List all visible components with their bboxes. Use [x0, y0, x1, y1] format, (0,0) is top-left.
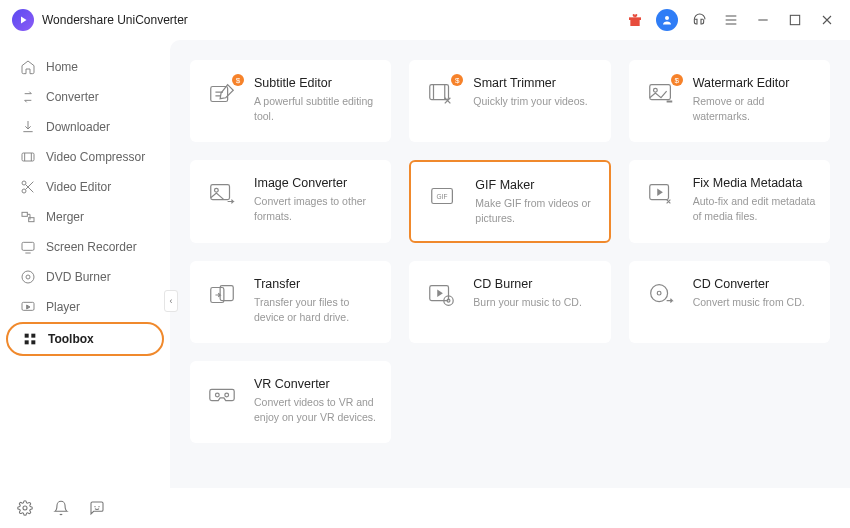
- sidebar-item-label: Video Editor: [46, 180, 111, 194]
- svg-point-35: [23, 506, 27, 510]
- settings-icon[interactable]: [16, 499, 34, 517]
- notifications-icon[interactable]: [52, 499, 70, 517]
- card-desc: Transfer your files to device or hard dr…: [254, 295, 377, 324]
- merger-icon: [20, 209, 36, 225]
- card-body: Fix Media Metadata Auto-fix and edit met…: [693, 176, 816, 223]
- player-icon: [20, 299, 36, 315]
- home-icon: [20, 59, 36, 75]
- menu-icon[interactable]: [720, 9, 742, 31]
- sidebar-item-downloader[interactable]: Downloader: [6, 112, 164, 142]
- card-title: CD Burner: [473, 277, 596, 291]
- gift-icon[interactable]: [624, 9, 646, 31]
- sidebar-item-merger[interactable]: Merger: [6, 202, 164, 232]
- card-smart-trimmer[interactable]: $ Smart Trimmer Quickly trim your videos…: [409, 60, 610, 142]
- sidebar-item-label: Home: [46, 60, 78, 74]
- card-body: Image Converter Convert images to other …: [254, 176, 377, 223]
- card-vr-converter[interactable]: VR Converter Convert videos to VR and en…: [190, 361, 391, 443]
- sidebar: Home Converter Downloader Video Compress…: [0, 40, 170, 488]
- sidebar-item-player[interactable]: Player: [6, 292, 164, 322]
- card-title: CD Converter: [693, 277, 816, 291]
- sidebar-collapse-handle[interactable]: ‹: [164, 290, 178, 312]
- compressor-icon: [20, 149, 36, 165]
- smart-trimmer-icon: $: [423, 76, 459, 112]
- card-fix-media-metadata[interactable]: Fix Media Metadata Auto-fix and edit met…: [629, 160, 830, 243]
- support-icon[interactable]: [688, 9, 710, 31]
- bottombar: [0, 488, 850, 528]
- card-watermark-editor[interactable]: $ Watermark Editor Remove or add waterma…: [629, 60, 830, 142]
- card-desc: Convert music from CD.: [693, 295, 816, 310]
- card-title: Transfer: [254, 277, 377, 291]
- downloader-icon: [20, 119, 36, 135]
- sidebar-item-converter[interactable]: Converter: [6, 82, 164, 112]
- svg-rect-15: [25, 340, 29, 344]
- card-subtitle-editor[interactable]: $ Subtitle Editor A powerful subtitle ed…: [190, 60, 391, 142]
- svg-point-37: [98, 506, 99, 507]
- svg-point-20: [653, 88, 657, 92]
- metadata-icon: [643, 176, 679, 212]
- card-transfer[interactable]: Transfer Transfer your files to device o…: [190, 261, 391, 343]
- svg-rect-4: [22, 153, 34, 161]
- svg-point-33: [215, 394, 219, 398]
- card-body: Smart Trimmer Quickly trim your videos.: [473, 76, 596, 109]
- minimize-button[interactable]: [752, 9, 774, 31]
- sidebar-item-dvd-burner[interactable]: DVD Burner: [6, 262, 164, 292]
- svg-point-6: [22, 189, 26, 193]
- sidebar-item-video-compressor[interactable]: Video Compressor: [6, 142, 164, 172]
- card-gif-maker[interactable]: GIF GIF Maker Make GIF from videos or pi…: [409, 160, 610, 243]
- premium-badge: $: [232, 74, 244, 86]
- svg-point-31: [650, 285, 667, 302]
- svg-rect-13: [25, 334, 29, 338]
- sidebar-item-toolbox[interactable]: Toolbox: [6, 322, 164, 356]
- card-body: Subtitle Editor A powerful subtitle edit…: [254, 76, 377, 123]
- svg-point-36: [94, 506, 95, 507]
- sidebar-item-label: Downloader: [46, 120, 110, 134]
- card-desc: Make GIF from videos or pictures.: [475, 196, 594, 225]
- svg-rect-1: [630, 20, 639, 26]
- svg-point-30: [447, 300, 450, 303]
- card-desc: Burn your music to CD.: [473, 295, 596, 310]
- card-desc: Remove or add watermarks.: [693, 94, 816, 123]
- transfer-icon: [204, 277, 240, 313]
- vr-icon: [204, 377, 240, 413]
- dvd-icon: [20, 269, 36, 285]
- card-title: Smart Trimmer: [473, 76, 596, 90]
- cd-converter-icon: [643, 277, 679, 313]
- sidebar-item-video-editor[interactable]: Video Editor: [6, 172, 164, 202]
- card-image-converter[interactable]: Image Converter Convert images to other …: [190, 160, 391, 243]
- svg-rect-14: [31, 334, 35, 338]
- card-title: Fix Media Metadata: [693, 176, 816, 190]
- titlebar-left: Wondershare UniConverter: [12, 9, 188, 31]
- card-cd-converter[interactable]: CD Converter Convert music from CD.: [629, 261, 830, 343]
- svg-rect-21: [211, 185, 230, 200]
- maximize-button[interactable]: [784, 9, 806, 31]
- card-body: GIF Maker Make GIF from videos or pictur…: [475, 178, 594, 225]
- app-title: Wondershare UniConverter: [42, 13, 188, 27]
- card-desc: Convert videos to VR and enjoy on your V…: [254, 395, 377, 424]
- card-desc: Auto-fix and edit metadata of media file…: [693, 194, 816, 223]
- toolbox-icon: [22, 331, 38, 347]
- premium-badge: $: [451, 74, 463, 86]
- card-desc: Convert images to other formats.: [254, 194, 377, 223]
- svg-rect-0: [629, 17, 641, 20]
- sidebar-item-screen-recorder[interactable]: Screen Recorder: [6, 232, 164, 262]
- sidebar-item-home[interactable]: Home: [6, 52, 164, 82]
- card-desc: A powerful subtitle editing tool.: [254, 94, 377, 123]
- content-area: $ Subtitle Editor A powerful subtitle ed…: [170, 40, 850, 488]
- user-avatar[interactable]: [656, 9, 678, 31]
- svg-rect-9: [22, 242, 34, 250]
- close-button[interactable]: [816, 9, 838, 31]
- card-body: Transfer Transfer your files to device o…: [254, 277, 377, 324]
- feedback-icon[interactable]: [88, 499, 106, 517]
- premium-badge: $: [671, 74, 683, 86]
- card-body: VR Converter Convert videos to VR and en…: [254, 377, 377, 424]
- svg-point-10: [22, 271, 34, 283]
- sidebar-item-label: Converter: [46, 90, 99, 104]
- screen-recorder-icon: [20, 239, 36, 255]
- svg-rect-3: [790, 15, 799, 24]
- sidebar-item-label: Merger: [46, 210, 84, 224]
- card-cd-burner[interactable]: CD Burner Burn your music to CD.: [409, 261, 610, 343]
- sidebar-item-label: Video Compressor: [46, 150, 145, 164]
- svg-point-34: [225, 394, 229, 398]
- subtitle-editor-icon: $: [204, 76, 240, 112]
- card-title: Watermark Editor: [693, 76, 816, 90]
